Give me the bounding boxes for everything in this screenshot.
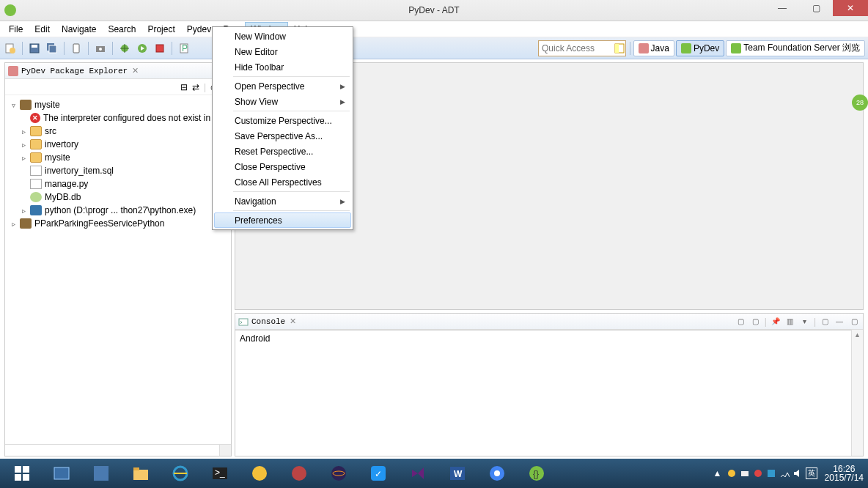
perspective-tfs[interactable]: Team Foundation Server 浏览 <box>726 40 865 56</box>
perspective-pydev[interactable]: PyDev <box>676 40 724 56</box>
camera-button[interactable] <box>93 41 108 56</box>
tray-up-icon[interactable]: ▲ <box>713 468 724 478</box>
menu-item-reset-perspective-[interactable]: Reset Perspective... <box>214 144 351 159</box>
taskbar-app-2[interactable] <box>84 461 119 486</box>
clock[interactable]: 16:26 2015/7/14 <box>825 465 864 482</box>
console-title: Console <box>251 317 285 326</box>
expand-icon[interactable]: ▿ <box>10 101 17 109</box>
expand-icon[interactable]: ▹ <box>10 220 17 228</box>
tray-icon-3[interactable] <box>753 468 763 478</box>
link-editor-icon[interactable]: ⇄ <box>192 82 199 92</box>
notification-badge[interactable]: 28 <box>852 95 868 111</box>
eclipse-icon[interactable] <box>321 461 356 486</box>
maximize-button[interactable]: ▢ <box>799 0 833 16</box>
ie-icon[interactable] <box>163 461 198 486</box>
device-button[interactable] <box>69 41 84 56</box>
external-tools-button[interactable] <box>152 41 167 56</box>
menu-item-close-all-perspectives[interactable]: Close All Perspectives <box>214 174 351 190</box>
word-icon[interactable]: W <box>440 461 475 486</box>
view-tab-header[interactable]: PyDev Package Explorer ✕ <box>5 63 231 79</box>
pin-console-icon[interactable]: 📌 <box>770 316 781 328</box>
tree-item[interactable]: MyDB.db <box>7 191 229 204</box>
tree-item[interactable]: invertory_item.sql <box>7 164 229 177</box>
console-btn-2[interactable]: ▢ <box>750 316 762 328</box>
menu-item-open-perspective[interactable]: Open Perspective▶ <box>214 78 351 94</box>
tree-item[interactable]: ▿mysite <box>7 98 229 111</box>
tree-label: mysite <box>34 100 60 110</box>
network-icon[interactable] <box>779 468 790 478</box>
menu-item-customize-perspective-[interactable]: Customize Perspective... <box>214 113 351 128</box>
svg-point-34 <box>331 466 346 481</box>
close-button[interactable]: ✕ <box>833 0 868 16</box>
run-button[interactable] <box>135 41 150 56</box>
menu-item-new-editor[interactable]: New Editor <box>214 44 351 59</box>
expand-icon[interactable]: ▹ <box>20 141 27 149</box>
new-module-button[interactable]: P <box>177 41 191 56</box>
scrollbar[interactable]: ▲ <box>851 330 863 456</box>
tree-label: python (D:\progr ... thon27\python.exe) <box>45 205 196 215</box>
volume-icon[interactable] <box>792 468 803 478</box>
save-button[interactable] <box>27 41 42 56</box>
menu-item-show-view[interactable]: Show View▶ <box>214 94 351 109</box>
save-all-button[interactable] <box>45 41 59 56</box>
menu-navigate[interactable]: Navigate <box>56 22 102 37</box>
close-console-icon[interactable]: ✕ <box>290 317 296 326</box>
tree-item[interactable]: ▹mysite <box>7 151 229 164</box>
tree-item[interactable]: ▹src <box>7 125 229 138</box>
console-btn-1[interactable]: ▢ <box>735 316 747 328</box>
folder-icon <box>30 152 42 163</box>
visual-studio-icon[interactable] <box>400 461 435 486</box>
menu-file[interactable]: File <box>3 22 29 37</box>
close-view-icon[interactable]: ✕ <box>132 66 139 75</box>
tree-item[interactable]: ✕The interpreter configured does not exi… <box>7 111 229 125</box>
tray-icon-1[interactable] <box>727 468 737 478</box>
file-explorer-icon[interactable] <box>123 461 158 486</box>
perspective-java[interactable]: Java <box>633 40 674 56</box>
open-console-icon[interactable]: ▢ <box>819 316 831 328</box>
project-tree: ▿mysite✕The interpreter configured does … <box>5 95 231 444</box>
start-button[interactable] <box>4 461 40 486</box>
tray-icon-2[interactable] <box>740 468 750 478</box>
tree-item[interactable]: ▹python (D:\progr ... thon27\python.exe) <box>7 204 229 217</box>
expand-icon[interactable]: ▹ <box>20 154 27 162</box>
menu-item-navigation[interactable]: Navigation▶ <box>214 193 351 209</box>
menu-item-preferences[interactable]: Preferences <box>214 212 351 228</box>
svg-rect-24 <box>23 474 29 481</box>
debug-button[interactable] <box>117 41 132 56</box>
display-console-icon[interactable]: ▥ <box>784 316 796 328</box>
menu-edit[interactable]: Edit <box>29 22 56 37</box>
taskbar-app-1[interactable] <box>44 461 79 486</box>
console-output[interactable]: Android <box>235 330 851 456</box>
expand-icon[interactable]: ▹ <box>20 127 27 136</box>
chrome-icon[interactable] <box>479 461 515 486</box>
tree-item[interactable]: manage.py <box>7 177 229 191</box>
taskbar-app-5[interactable]: ✓ <box>361 461 396 486</box>
taskbar-app-6[interactable]: {} <box>519 461 554 486</box>
menu-project[interactable]: Project <box>141 22 180 37</box>
console-dropdown-icon[interactable]: ▾ <box>799 316 811 328</box>
maximize-view-icon[interactable]: ▢ <box>848 316 860 328</box>
expand-icon[interactable]: ▹ <box>20 207 27 215</box>
svg-rect-26 <box>94 466 108 481</box>
ime-indicator[interactable]: 英 <box>806 467 817 479</box>
collapse-all-icon[interactable]: ⊟ <box>180 82 188 92</box>
svg-rect-11 <box>156 45 163 52</box>
taskbar-app-4[interactable] <box>282 461 317 486</box>
taskbar-app-3[interactable] <box>242 461 277 486</box>
menu-search[interactable]: Search <box>102 22 141 37</box>
tree-item[interactable]: ▹PParkParkingFeesServicePython <box>7 217 229 230</box>
menu-item-save-perspective-as-[interactable]: Save Perspective As... <box>214 128 351 144</box>
menu-item-new-window[interactable]: New Window <box>214 29 351 44</box>
menu-item-close-perspective[interactable]: Close Perspective <box>214 159 351 174</box>
terminal-icon[interactable]: >_ <box>202 461 238 486</box>
tree-item[interactable]: ▹invertory <box>7 138 229 151</box>
open-perspective-button[interactable] <box>612 41 627 56</box>
tray-icon-4[interactable] <box>766 468 776 478</box>
window-controls: — ▢ ✕ <box>765 0 868 16</box>
menu-item-hide-toolbar[interactable]: Hide Toolbar <box>214 59 351 75</box>
minimize-button[interactable]: — <box>765 0 799 16</box>
tree-label: src <box>45 126 56 136</box>
minimize-view-icon[interactable]: — <box>834 316 845 328</box>
error-icon: ✕ <box>30 113 40 123</box>
new-button[interactable] <box>3 41 18 56</box>
